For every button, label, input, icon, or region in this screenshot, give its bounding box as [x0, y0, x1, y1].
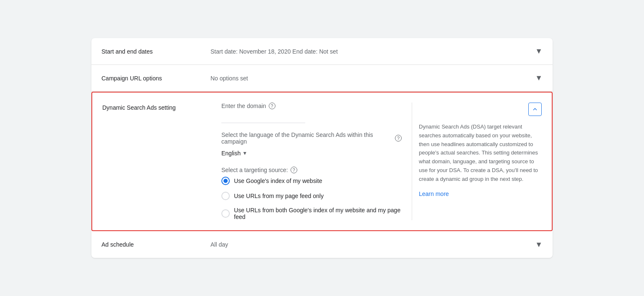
ad-schedule-row: Ad schedule All day ▼: [91, 231, 553, 258]
dsa-info-col: Dynamic Search Ads (DSA) target relevant…: [412, 103, 542, 220]
start-end-dates-value: Start date: November 18, 2020 End date: …: [210, 48, 535, 55]
targeting-help-icon[interactable]: ?: [291, 167, 297, 173]
learn-more-link[interactable]: Learn more: [419, 190, 542, 197]
campaign-url-value: No options set: [210, 75, 535, 82]
campaign-url-row: Campaign URL options No options set ▼: [91, 65, 553, 92]
language-field-label: Select the language of the Dynamic Searc…: [221, 131, 402, 145]
dsa-label: Dynamic Search Ads setting: [102, 103, 211, 220]
domain-field-group: Enter the domain ?: [221, 103, 402, 123]
ad-schedule-chevron[interactable]: ▼: [535, 240, 543, 249]
radio-label-google-index: Use Google's index of my website: [234, 178, 322, 184]
domain-help-icon[interactable]: ?: [269, 103, 275, 109]
radio-circle-both: [221, 209, 230, 218]
language-select[interactable]: English ▼: [221, 148, 402, 158]
domain-field-label: Enter the domain ?: [221, 103, 402, 109]
language-help-icon[interactable]: ?: [395, 135, 402, 142]
language-dropdown-arrow: ▼: [242, 150, 247, 156]
chevron-up-icon: [532, 106, 538, 113]
domain-input[interactable]: [221, 113, 305, 123]
radio-circle-page-feed: [221, 192, 230, 200]
targeting-source-label: Select a targeting source: ?: [221, 167, 402, 173]
settings-card: Start and end dates Start date: November…: [91, 38, 553, 258]
start-end-dates-row: Start and end dates Start date: November…: [91, 38, 553, 65]
targeting-source-group: Select a targeting source: ? Use Google'…: [221, 167, 402, 220]
radio-circle-google-index: [221, 177, 230, 185]
dsa-collapse-button[interactable]: [528, 103, 542, 116]
start-end-dates-label: Start and end dates: [101, 48, 210, 55]
radio-group: Use Google's index of my website Use URL…: [221, 177, 402, 220]
radio-item-google-index[interactable]: Use Google's index of my website: [221, 177, 402, 185]
radio-item-both[interactable]: Use URLs from both Google's index of my …: [221, 207, 402, 220]
language-value: English: [221, 150, 241, 157]
radio-label-both: Use URLs from both Google's index of my …: [234, 207, 402, 220]
radio-label-page-feed: Use URLs from my page feed only: [234, 193, 324, 199]
start-end-dates-chevron[interactable]: ▼: [535, 47, 543, 56]
ad-schedule-label: Ad schedule: [101, 241, 210, 248]
radio-item-page-feed[interactable]: Use URLs from my page feed only: [221, 192, 402, 200]
dsa-content: Enter the domain ? Select the language o…: [221, 103, 402, 220]
dsa-section: Dynamic Search Ads setting Enter the dom…: [91, 92, 553, 231]
ad-schedule-value: All day: [210, 241, 535, 248]
language-field-group: Select the language of the Dynamic Searc…: [221, 131, 402, 158]
campaign-url-label: Campaign URL options: [101, 75, 210, 82]
dsa-info-text: Dynamic Search Ads (DSA) target relevant…: [419, 123, 542, 184]
dsa-info-header: [419, 103, 542, 116]
campaign-url-chevron[interactable]: ▼: [535, 74, 543, 82]
